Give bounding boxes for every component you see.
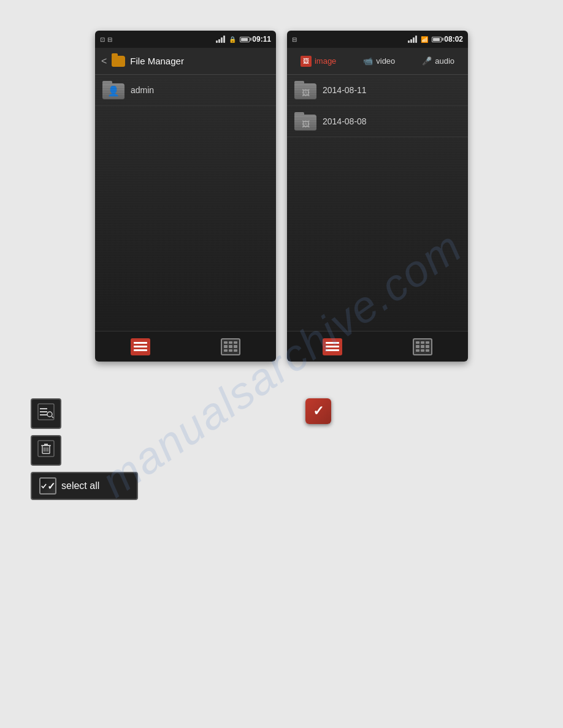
media-tabs: 🖼 image 📹 video 🎤 audio	[287, 48, 468, 75]
content-area-right: 🖼 2014-08-11 🖼	[287, 75, 468, 331]
battery-icon	[240, 37, 250, 42]
tab-image-label: image	[315, 56, 336, 66]
image-icon-1: 🖼	[302, 88, 310, 97]
tab-video-label: video	[376, 56, 395, 66]
grid-view-button-right[interactable]	[410, 336, 435, 358]
search-list-icon	[37, 403, 55, 424]
svg-rect-1	[40, 408, 47, 409]
lock-icon: 🔒	[229, 36, 236, 43]
status-right-left: ⊟	[292, 36, 297, 43]
folder-label-date1: 2014-08-11	[323, 85, 367, 95]
folder-icon-date1: 🖼	[294, 81, 316, 99]
bottom-toolbar-left	[95, 331, 276, 362]
phone-screen-left: ⊡ ⊟ 🔒 09:11	[95, 31, 276, 362]
app-title: File Manager	[130, 56, 184, 66]
select-all-button[interactable]: select all	[31, 472, 138, 500]
battery-icon-right	[432, 37, 442, 42]
notification-icon: ⊟	[107, 36, 112, 43]
tab-audio[interactable]: 🎤 audio	[422, 56, 454, 66]
user-icon: 👤	[107, 85, 120, 97]
floating-checkmark-icon	[305, 398, 331, 424]
folder-icon-admin: 👤	[102, 81, 124, 99]
bottom-toolbar-right	[287, 331, 468, 362]
list-view-icon-right	[323, 338, 342, 355]
screens-area: ⊡ ⊟ 🔒 09:11	[0, 0, 563, 362]
list-item-admin[interactable]: 👤 admin	[95, 75, 276, 106]
notification-icon-right: ⊟	[292, 36, 297, 43]
search-list-button[interactable]	[31, 398, 61, 429]
folder-label-date2: 2014-08-08	[323, 116, 367, 126]
app-header-left: < File Manager	[95, 48, 276, 75]
page-container: manualsarchive.com ⊡ ⊟ �	[0, 0, 563, 728]
status-left-icons: ⊡ ⊟	[100, 36, 112, 43]
signal-icon-right	[408, 36, 417, 43]
list-item-date1[interactable]: 🖼 2014-08-11	[287, 75, 468, 106]
status-bar-left: ⊡ ⊟ 🔒 09:11	[95, 31, 276, 48]
image-tab-icon: 🖼	[301, 56, 312, 67]
tab-video[interactable]: 📹 video	[363, 56, 395, 66]
icons-section: select all	[31, 392, 138, 500]
list-view-button-right[interactable]	[320, 336, 345, 358]
wifi-icon-right: 📶	[421, 36, 428, 43]
list-view-icon-left	[131, 338, 150, 355]
list-item-date2[interactable]: 🖼 2014-08-08	[287, 106, 468, 137]
status-time-left: 09:11	[252, 35, 271, 44]
grid-view-button-left[interactable]	[218, 336, 243, 358]
tab-audio-label: audio	[435, 56, 454, 66]
audio-tab-icon: 🎤	[422, 56, 432, 66]
usb-icon: ⊡	[100, 36, 105, 43]
status-time-right: 08:02	[444, 35, 463, 44]
svg-rect-3	[40, 414, 47, 415]
list-view-button-left[interactable]	[128, 336, 153, 358]
video-tab-icon: 📹	[363, 56, 373, 66]
grid-view-icon-left	[221, 338, 240, 355]
status-bar-right: ⊟ 📶 08:02	[287, 31, 468, 48]
image-icon-2: 🖼	[302, 119, 310, 129]
select-all-label: select all	[61, 480, 99, 491]
folder-icon-date2: 🖼	[294, 112, 316, 131]
folder-header-icon	[112, 56, 125, 67]
tab-image[interactable]: 🖼 image	[301, 56, 336, 67]
svg-rect-2	[40, 411, 47, 412]
content-area-left: 👤 admin	[95, 75, 276, 331]
delete-button[interactable]	[31, 435, 61, 466]
folder-label-admin: admin	[131, 85, 154, 95]
phone-screen-right: ⊟ 📶 08:02	[287, 31, 468, 362]
back-button[interactable]: <	[101, 56, 107, 67]
grid-view-icon-right	[413, 338, 432, 355]
trash-icon	[37, 440, 55, 461]
select-all-checkbox	[39, 477, 56, 495]
signal-icon	[216, 36, 225, 43]
